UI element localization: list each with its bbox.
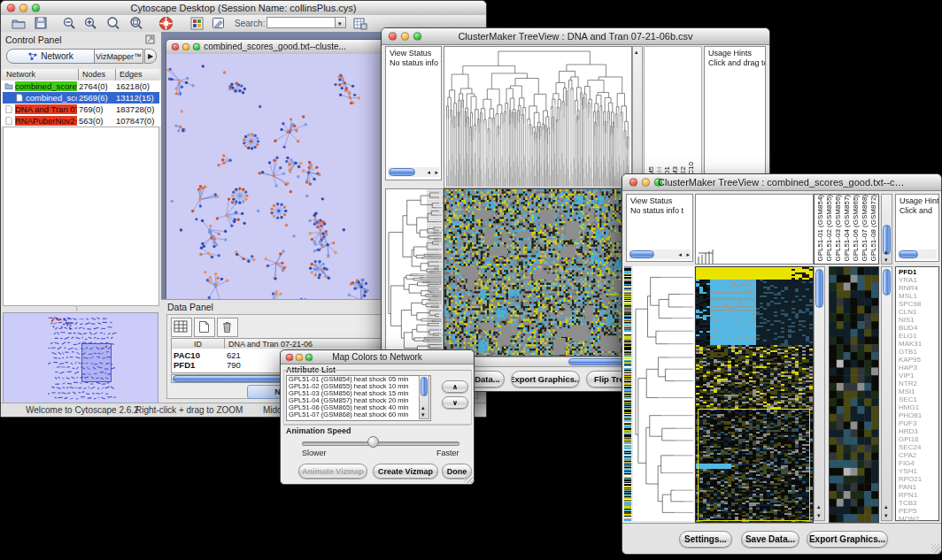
network-window-1[interactable]: combined_scores_good.txt--cluste... <box>166 39 384 333</box>
treeview1-titlebar[interactable]: ClusterMaker TreeView : DNA and Tran 07-… <box>382 28 769 45</box>
treeview2-titlebar[interactable]: ClusterMaker TreeView : combined_scores_… <box>622 174 941 191</box>
attribute-list-vscrollbar[interactable]: ▴ ▾ <box>419 375 429 419</box>
vizmapper-icon[interactable] <box>190 17 204 30</box>
tv2-heatmap-vscrollbar[interactable]: ▴ ▾ <box>814 266 825 521</box>
gene-label[interactable]: SEC24 <box>899 443 921 451</box>
zoom-button[interactable] <box>305 354 313 361</box>
panel-resize-handle[interactable]: ⤵ <box>75 307 86 311</box>
delete-icon-button[interactable] <box>217 318 238 337</box>
tv1-strip-scrollbar[interactable]: ▴ <box>632 46 643 188</box>
zoom-fit-icon[interactable] <box>106 17 120 30</box>
scroll-right-icon[interactable]: ▸ <box>435 169 438 175</box>
scrollbar-thumb[interactable] <box>421 377 428 396</box>
attribute-list-item[interactable]: GPL51-07 (GSM868) heat shock 60 min <box>287 411 430 418</box>
animate-vizmap-button[interactable]: Animate Vizmap <box>298 464 367 479</box>
network-row[interactable]: combined_scores2764(0)16218(0) <box>3 81 159 92</box>
gene-label[interactable]: CLN1 <box>899 308 916 316</box>
col-network[interactable]: Network <box>3 69 79 81</box>
usage-hints-hscrollbar[interactable] <box>898 249 937 259</box>
move-down-button[interactable]: ∨ <box>442 396 468 409</box>
close-button[interactable] <box>7 4 15 12</box>
gene-label[interactable]: RNR4 <box>899 284 918 292</box>
minimize-button[interactable] <box>401 33 409 41</box>
tab-vizmapper[interactable]: VizMapper™ <box>94 49 143 64</box>
gene-label[interactable]: VIP1 <box>899 372 914 380</box>
heatmap-column-label[interactable]: GPL51-01 (GSM854) <box>816 195 824 262</box>
speed-slider-track[interactable] <box>302 441 459 446</box>
birdseye-viewport-rect[interactable] <box>81 343 112 382</box>
create-vizmap-button[interactable]: Create Vizmap <box>373 464 438 479</box>
gene-label[interactable]: SPC98 <box>899 300 921 308</box>
tv2-settings-button[interactable]: Settings... <box>679 531 732 548</box>
gene-label[interactable]: HMG1 <box>899 403 919 411</box>
tab-overflow-button[interactable]: ▶ <box>144 49 157 64</box>
attribute-list-item[interactable]: GPL51-02 (GSM855) heat shock 10 min <box>287 383 430 390</box>
birdseye-panel[interactable] <box>3 312 158 410</box>
close-button[interactable] <box>172 43 179 50</box>
gene-label[interactable]: GPI16 <box>899 435 919 443</box>
tv2-heatmap[interactable] <box>695 266 814 523</box>
gene-label[interactable]: MAK31 <box>899 340 922 348</box>
heatmap-column-label[interactable]: GPL51-03 (GSM856) <box>834 195 842 262</box>
tv2-global-overview-strip[interactable] <box>624 266 631 521</box>
gene-label[interactable]: FIG4 <box>899 459 915 467</box>
gene-label[interactable]: TCB3 <box>899 499 916 507</box>
heatmap-column-label[interactable]: GPL51-06 (GSM865) <box>852 195 860 262</box>
gene-label[interactable]: MSI1 <box>899 387 915 395</box>
view-status-hscrollbar[interactable]: ◂ ▸ <box>629 249 691 259</box>
minimize-button[interactable] <box>296 354 303 361</box>
zoom-selected-icon[interactable] <box>129 17 143 30</box>
move-up-button[interactable]: ∧ <box>442 380 468 393</box>
help-lifebuoy-icon[interactable] <box>158 16 174 31</box>
minimize-button[interactable] <box>182 43 189 50</box>
main-title-bar[interactable]: Cytoscape Desktop (Session Name: collins… <box>1 1 486 16</box>
attribute-list-item[interactable]: GPL51-01 (GSM854) heat shock 05 min <box>287 376 430 383</box>
speed-slider-thumb[interactable] <box>367 436 379 448</box>
heatmap-column-label[interactable]: GPL51-04 (GSM857) <box>843 195 851 262</box>
gene-label[interactable]: BUD4 <box>899 324 917 332</box>
scroll-up-icon[interactable]: ▴ <box>421 404 425 410</box>
search-dropdown-button[interactable]: ▾ <box>335 17 346 28</box>
float-panel-icon[interactable] <box>145 35 155 44</box>
heatmap-column-label[interactable]: GPL51-08 (GSM872) <box>869 195 877 262</box>
tv1-row-dendrogram[interactable] <box>385 188 444 357</box>
network-row[interactable]: DNA and Tran 07769(0)183728(0) <box>3 104 159 115</box>
scroll-up-icon[interactable]: ▴ <box>817 503 821 510</box>
gene-label[interactable]: NIS1 <box>899 316 915 324</box>
new-doc-icon-button[interactable] <box>194 318 215 337</box>
resize-grip[interactable] <box>464 474 473 483</box>
attribute-listbox[interactable]: GPL51-01 (GSM854) heat shock 05 minGPL51… <box>286 375 431 421</box>
table-row[interactable]: PAC10 621 <box>174 350 200 360</box>
tab-network[interactable]: Network <box>6 49 95 64</box>
open-icon[interactable] <box>12 17 26 29</box>
tv2-column-dendrogram[interactable] <box>695 194 814 265</box>
scroll-up-icon[interactable]: ▴ <box>884 249 888 255</box>
gene-label[interactable]: YRA1 <box>899 276 917 284</box>
table-row[interactable]: PFD1 790 <box>174 360 195 370</box>
gene-label[interactable]: YSH1 <box>899 467 917 475</box>
scrollbar-thumb[interactable] <box>815 269 823 308</box>
view-status-hscrollbar[interactable]: ◂ ▸ <box>388 167 439 177</box>
heatmap-column-label[interactable]: GPL51-07 (GSM868) <box>861 195 869 262</box>
zoom-out-icon[interactable] <box>63 17 76 30</box>
scroll-left-icon[interactable]: ◂ <box>678 251 682 257</box>
tv1-column-dendrogram[interactable] <box>444 46 632 188</box>
scroll-down-icon[interactable]: ▾ <box>421 411 425 418</box>
close-button[interactable] <box>629 179 637 187</box>
gene-label[interactable]: MON2 <box>899 515 919 523</box>
gene-label[interactable]: PAN1 <box>899 483 916 491</box>
zoom-button[interactable] <box>193 43 200 50</box>
gene-label[interactable]: MSL1 <box>899 292 917 300</box>
scroll-left-icon[interactable]: ◂ <box>427 169 430 175</box>
zoom-in-icon[interactable] <box>84 17 97 30</box>
tv1-heatmap[interactable] <box>444 188 632 357</box>
scrollbar-thumb[interactable] <box>629 250 654 258</box>
save-icon[interactable] <box>35 17 47 29</box>
close-button[interactable] <box>389 33 397 41</box>
tv2-labels-vscrollbar[interactable]: ▴ ▾ <box>881 194 892 265</box>
gene-label[interactable]: KAP95 <box>899 356 921 364</box>
gene-label[interactable]: PHO81 <box>899 411 922 419</box>
tv2-detail-vscrollbar[interactable]: ▴ ▾ <box>881 266 892 521</box>
import-table-icon[interactable] <box>353 17 367 30</box>
gene-label[interactable]: PUF3 <box>899 419 916 427</box>
